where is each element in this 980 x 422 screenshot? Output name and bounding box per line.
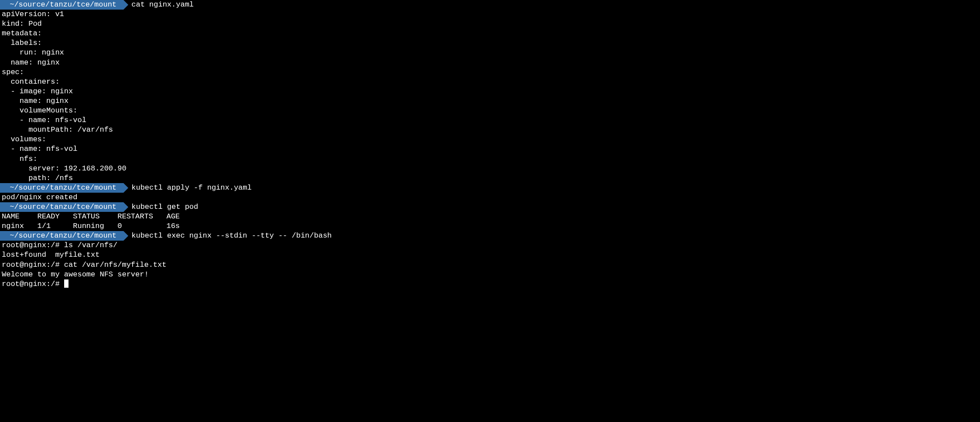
prompt-path: ~/source/tanzu/tce/mount (10, 203, 117, 211)
shell-line: root@nginx:/# ls /var/nfs/ (2, 241, 978, 250)
prompt-line: ~/source/tanzu/tce/mount cat nginx.yaml (2, 0, 978, 10)
yaml-line: - name: nfs-vol (2, 144, 978, 154)
cursor-block (64, 279, 69, 288)
shell-prompt-text: root@nginx:/# (2, 280, 64, 288)
prompt-path: ~/source/tanzu/tce/mount (10, 0, 117, 9)
shell-output: lost+found myfile.txt (2, 250, 978, 260)
yaml-line: - image: nginx (2, 87, 978, 96)
yaml-line: nfs: (2, 154, 978, 164)
prompt-path-badge: ~/source/tanzu/tce/mount (2, 0, 123, 10)
prompt-path: ~/source/tanzu/tce/mount (10, 184, 117, 192)
yaml-line: spec: (2, 68, 978, 77)
yaml-line: labels: (2, 38, 978, 48)
yaml-line: containers: (2, 77, 978, 87)
yaml-line: metadata: (2, 29, 978, 38)
yaml-line: mountPath: /var/nfs (2, 125, 978, 135)
shell-prompt-active[interactable]: root@nginx:/# (2, 279, 978, 289)
shell-output: Welcome to my awesome NFS server! (2, 270, 978, 279)
output-line: pod/nginx created (2, 193, 978, 202)
pod-table-row: nginx 1/1 Running 0 16s (2, 221, 978, 231)
yaml-line: name: nginx (2, 58, 978, 68)
yaml-line: apiVersion: v1 (2, 10, 978, 19)
command-text: kubectl exec nginx --stdin --tty -- /bin… (131, 231, 332, 240)
command-text: kubectl get pod (131, 203, 198, 211)
prompt-path: ~/source/tanzu/tce/mount (10, 231, 117, 240)
prompt-line: ~/source/tanzu/tce/mount kubectl exec ng… (2, 231, 978, 241)
command-text: kubectl apply -f nginx.yaml (131, 184, 251, 192)
pod-table-header: NAME READY STATUS RESTARTS AGE (2, 212, 978, 221)
prompt-path-badge: ~/source/tanzu/tce/mount (2, 183, 123, 193)
prompt-path-badge: ~/source/tanzu/tce/mount (2, 231, 123, 241)
command-text: cat nginx.yaml (131, 0, 194, 9)
yaml-line: path: /nfs (2, 174, 978, 183)
prompt-path-badge: ~/source/tanzu/tce/mount (2, 202, 123, 212)
yaml-line: kind: Pod (2, 19, 978, 29)
yaml-line: volumeMounts: (2, 106, 978, 116)
terminal-window[interactable]: ~/source/tanzu/tce/mount cat nginx.yaml … (0, 0, 980, 289)
prompt-line: ~/source/tanzu/tce/mount kubectl apply -… (2, 183, 978, 193)
yaml-line: volumes: (2, 135, 978, 144)
yaml-line: name: nginx (2, 96, 978, 106)
yaml-line: run: nginx (2, 48, 978, 58)
prompt-line: ~/source/tanzu/tce/mount kubectl get pod (2, 202, 978, 212)
shell-line: root@nginx:/# cat /var/nfs/myfile.txt (2, 260, 978, 270)
yaml-line: - name: nfs-vol (2, 116, 978, 125)
yaml-line: server: 192.168.200.90 (2, 164, 978, 174)
